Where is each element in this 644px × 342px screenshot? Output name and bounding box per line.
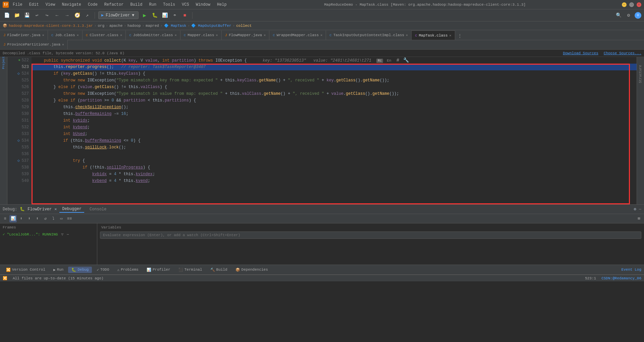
run-button[interactable]: ▶ xyxy=(141,11,149,19)
frame-filter-icon[interactable]: ▽ xyxy=(61,232,63,236)
tab-cluster[interactable]: c Cluster.class ✕ xyxy=(83,30,126,40)
tab-provincepartitioner-close[interactable]: ✕ xyxy=(62,43,64,47)
code-line-527[interactable]: throw new IOException("Type mismatch in … xyxy=(32,90,637,97)
menu-edit[interactable]: Edit xyxy=(28,2,40,8)
restore-button[interactable]: ❐ xyxy=(629,2,634,7)
code-line-523[interactable]: this.reporter.progress(); // reporter: T… xyxy=(32,64,637,70)
code-line-535[interactable]: this.spillLock.lock(); xyxy=(32,144,637,151)
watch-expression-input[interactable] xyxy=(100,231,641,239)
debug-evaluate-button[interactable]: ⤵ xyxy=(50,215,57,222)
menu-tools[interactable]: Tools xyxy=(162,2,176,8)
bc-collect[interactable]: collect xyxy=(236,24,252,28)
close-button[interactable]: ✕ xyxy=(637,2,641,7)
debug-run-button[interactable]: 🐛 xyxy=(151,11,159,19)
code-line-524[interactable]: if (key.getClass() != this.keyClass) { xyxy=(32,70,637,77)
code-line-539[interactable]: kvbidx = 4 * this.kvindex; xyxy=(32,171,637,178)
code-line-540[interactable]: kvbend = 4 * this.kvend; xyxy=(32,178,637,184)
menu-refactor[interactable]: Refactor xyxy=(103,2,125,8)
debug-close-button[interactable]: ✕ xyxy=(54,207,57,212)
debug-mute-button[interactable]: ≡≡ xyxy=(66,215,73,222)
frame-expand-icon[interactable]: ⋯ xyxy=(67,232,69,236)
debug-tab-debugger[interactable]: Debugger xyxy=(59,206,84,213)
tab-job-close[interactable]: ✕ xyxy=(77,33,79,37)
code-line-529[interactable]: this.checkSpillException(); xyxy=(32,104,637,111)
project-icon[interactable]: Project xyxy=(1,60,7,66)
tabs-more-button[interactable]: ⋮ xyxy=(455,32,465,40)
tab-taskinputoutput-close[interactable]: ✕ xyxy=(406,33,408,37)
tab-maptask[interactable]: c MapTask.class ✕ xyxy=(412,30,455,40)
bc-mapred[interactable]: mapred xyxy=(146,24,159,28)
debug-step-over-button[interactable]: ⬇ xyxy=(17,215,25,222)
code-line-532[interactable]: int kvbend; xyxy=(32,124,637,131)
bottom-tab-problems[interactable]: ⚠ Problems xyxy=(114,267,142,273)
debug-step-into-button[interactable]: ⬇ xyxy=(25,215,33,222)
coverage-button[interactable]: ☂ xyxy=(171,11,179,19)
tab-taskinputoutput[interactable]: c TaskInputOutputContextImpl.class ✕ xyxy=(326,30,412,40)
avatar-button[interactable]: U xyxy=(635,12,641,19)
menu-file[interactable]: File xyxy=(11,2,24,8)
debug-restore-layout-button[interactable]: ⊞ xyxy=(635,215,643,222)
code-line-534[interactable]: if (this.bufferRemaining <= 0) { xyxy=(32,137,637,144)
debug-minimize-button[interactable]: — xyxy=(639,207,641,212)
code-line-525[interactable]: throw new IOException("Type mismatch in … xyxy=(32,77,637,84)
tab-job[interactable]: c Job.class ✕ xyxy=(48,30,83,40)
tab-jobsubmitter[interactable]: c JobSubmitter.class ✕ xyxy=(126,30,180,40)
code-line-530[interactable]: this.bufferRemaining -= 16; xyxy=(32,111,637,117)
tab-mapper[interactable]: c Mapper.class ✕ xyxy=(180,30,222,40)
debug-frames-button[interactable]: ≡ xyxy=(1,215,9,222)
bottom-tab-debug[interactable]: 🐛 Debug xyxy=(68,267,92,273)
save-button[interactable]: 💾 xyxy=(23,11,31,19)
menu-build[interactable]: Build xyxy=(129,2,144,8)
run-config-dropdown[interactable]: ▶ FlowDriver ▼ xyxy=(98,11,139,19)
code-line-522[interactable]: public synchronized void collect(K key, … xyxy=(32,57,637,64)
code-area[interactable]: public synchronized void collect(K key, … xyxy=(32,57,637,204)
debug-settings-button[interactable]: ⚙ xyxy=(634,207,636,212)
bc-jar-label[interactable]: hadoop-mapreduce-client-core-3.1.3.jar xyxy=(9,24,93,28)
bc-maptask[interactable]: 🔷 MapTask xyxy=(164,23,186,28)
tab-flowmapper[interactable]: J FlowMapper.java ✕ xyxy=(222,30,270,40)
event-log-button[interactable]: Event Log xyxy=(622,268,641,272)
bc-org[interactable]: org xyxy=(98,24,104,28)
nav-button[interactable]: 🧭 xyxy=(73,11,81,19)
bc-mapoutputbuffer[interactable]: 🔷 MapOutputBuffer xyxy=(191,23,231,28)
tab-provincepartitioner[interactable]: J ProvincePartitioner.java ✕ xyxy=(0,40,68,49)
code-line-537[interactable]: try { xyxy=(32,157,637,164)
code-line-526[interactable]: } else if (value.getClass() != this.valC… xyxy=(32,84,637,90)
debug-breakpoints-button[interactable]: ▭ xyxy=(58,215,65,222)
menu-help[interactable]: Help xyxy=(216,2,228,8)
tab-mapper-close[interactable]: ✕ xyxy=(216,33,218,37)
bc-apache[interactable]: apache xyxy=(109,24,123,28)
bottom-tab-run[interactable]: ▶ Run xyxy=(50,267,67,273)
code-line-533[interactable]: int bUsed; xyxy=(32,131,637,137)
choose-sources-link[interactable]: Choose Sources... xyxy=(604,51,641,55)
settings-button[interactable]: ⚙ xyxy=(625,11,633,19)
csdn-link[interactable]: CSDN:@Redamancy_06 xyxy=(601,276,641,280)
debug-step-out-button[interactable]: ⬆ xyxy=(34,215,41,222)
debug-run-to-cursor-button[interactable]: ↺ xyxy=(42,215,49,222)
stop-button[interactable]: ■ xyxy=(181,11,189,19)
redo-button[interactable]: ↪ xyxy=(43,11,51,19)
menu-navigate[interactable]: Navigate xyxy=(60,2,83,8)
tab-cluster-close[interactable]: ✕ xyxy=(120,33,122,37)
menu-window[interactable]: Window xyxy=(195,2,212,8)
tab-maptask-close[interactable]: ✕ xyxy=(449,33,451,38)
code-line-531[interactable]: int kvbidx; xyxy=(32,117,637,124)
debug-graph-button[interactable]: 📊 xyxy=(9,215,17,222)
bottom-tab-dependencies[interactable]: 📦 Dependencies xyxy=(232,267,271,273)
code-line-528[interactable]: } else if (partition >= 0 && partition <… xyxy=(32,97,637,104)
bc-hadoop[interactable]: hadoop xyxy=(127,24,141,28)
tab-flowdriver[interactable]: J FlowDriver.java ✕ xyxy=(0,30,48,40)
debug-tab-console[interactable]: Console xyxy=(87,206,109,212)
code-line-536[interactable] xyxy=(32,151,637,157)
menu-vcs[interactable]: VCS xyxy=(180,2,191,8)
menu-code[interactable]: Code xyxy=(87,2,99,8)
profile-button[interactable]: 📊 xyxy=(161,11,169,19)
bottom-tab-terminal[interactable]: ⬛ Terminal xyxy=(175,267,206,273)
minimize-button[interactable]: — xyxy=(622,2,627,7)
arrow-button[interactable]: ↗ xyxy=(83,11,91,19)
undo-button[interactable]: ↩ xyxy=(33,11,41,19)
bc-jar[interactable]: 📦 xyxy=(3,23,7,28)
download-sources-link[interactable]: Download Sources xyxy=(563,51,598,55)
new-file-button[interactable]: 📄 xyxy=(3,11,11,19)
bottom-tab-versioncontrol[interactable]: 🔀 Version Control xyxy=(3,267,49,273)
